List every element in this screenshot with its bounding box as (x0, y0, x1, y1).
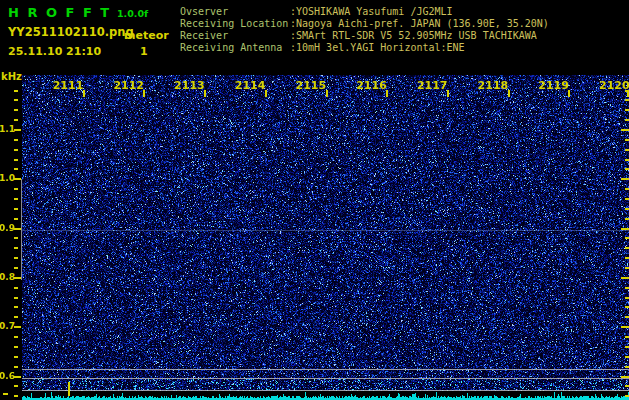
freq-minor-tick-right (625, 356, 629, 358)
khz-unit-label: kHz (1, 72, 22, 82)
freq-minor-tick-right (625, 149, 629, 151)
info-value: :10mH 3el.YAGI Horizontal:ENE (290, 42, 465, 53)
event-mark (68, 382, 70, 396)
freq-minor-tick (14, 188, 18, 190)
freq-major-tick (14, 376, 21, 378)
freq-minor-tick-right (625, 218, 629, 220)
freq-minor-tick (14, 237, 18, 239)
freq-minor-tick-right (625, 188, 629, 190)
freq-minor-tick-right (625, 257, 629, 259)
freq-major-tick (14, 178, 21, 180)
freq-major-tick (14, 228, 21, 230)
freq-major-tick (14, 277, 21, 279)
freq-label: 1.1 (0, 124, 14, 134)
freq-label: 0.8 (0, 272, 14, 282)
freq-major-tick (14, 326, 21, 328)
freq-minor-tick-right (625, 119, 629, 121)
freq-minor-tick-right (625, 139, 629, 141)
time-tick (508, 90, 510, 97)
freq-minor-tick (14, 90, 18, 92)
freq-minor-tick-right (625, 247, 629, 249)
time-tick (265, 90, 267, 97)
time-label: 2119 (538, 79, 569, 92)
freq-minor-tick-right (625, 385, 629, 387)
hrofft-screen: H R O F F T 1.0.0f YY2511102110.png mete… (0, 0, 629, 400)
freq-minor-tick-right (625, 336, 629, 338)
time-label: 2116 (356, 79, 387, 92)
freq-minor-tick (14, 218, 18, 220)
time-label: 2114 (235, 79, 266, 92)
level-marker-line-middle (22, 378, 629, 379)
time-label: 2111 (53, 79, 84, 92)
freq-minor-tick (14, 99, 18, 101)
info-label: Receiving Location (180, 18, 290, 30)
info-value: :Nagoya Aichi-pref. JAPAN (136.90E, 35.2… (290, 18, 549, 29)
freq-minor-tick (14, 257, 18, 259)
freq-minor-tick (14, 149, 18, 151)
freq-minor-tick-right (625, 316, 629, 318)
info-value: :YOSHIKAWA Yasufumi /JG2MLI (290, 6, 453, 17)
freq-major-tick (14, 129, 21, 131)
freq-minor-tick-right (625, 237, 629, 239)
app-version: 1.0.0f (117, 9, 148, 19)
freq-minor-tick (14, 385, 18, 387)
freq-minor-tick-right (625, 208, 629, 210)
time-label: 2115 (296, 79, 327, 92)
info-label: Ovserver (180, 6, 290, 18)
freq-minor-tick (14, 336, 18, 338)
time-label: 2112 (113, 79, 144, 92)
time-tick (204, 90, 206, 97)
time-tick (447, 90, 449, 97)
mode-label: meteor (124, 30, 169, 41)
time-label: 2113 (174, 79, 205, 92)
freq-minor-tick (14, 366, 18, 368)
freq-minor-tick-right (625, 228, 629, 230)
freq-minor-tick (14, 306, 18, 308)
time-label: 2118 (478, 79, 509, 92)
freq-minor-tick (14, 267, 18, 269)
level-marker-line-lower (22, 390, 629, 391)
observer-info-block: Ovserver:YOSHIKAWA Yasufumi /JG2MLIRecei… (180, 6, 549, 54)
info-row: Ovserver:YOSHIKAWA Yasufumi /JG2MLI (180, 6, 549, 18)
freq-minor-tick (14, 346, 18, 348)
freq-minor-tick-right (625, 129, 629, 131)
freq-minor-tick (14, 168, 18, 170)
output-filename: YY2511102110.png (8, 27, 134, 39)
freq-minor-tick-right (625, 306, 629, 308)
time-label: 2117 (417, 79, 448, 92)
freq-minor-tick-right (625, 326, 629, 328)
freq-minor-tick (14, 316, 18, 318)
info-row: Receiver:SMArt RTL-SDR V5 52.905MHz USB … (180, 30, 549, 42)
freq-minor-tick (14, 356, 18, 358)
freq-minor-tick (14, 198, 18, 200)
freq-minor-tick (14, 159, 18, 161)
freq-minor-tick-right (625, 159, 629, 161)
freq-minor-tick-right (625, 366, 629, 368)
freq-minor-tick-right (625, 376, 629, 378)
freq-minor-tick-right (625, 168, 629, 170)
level-marker-line-upper (22, 369, 629, 370)
freq-minor-tick (14, 208, 18, 210)
info-label: Receiver (180, 30, 290, 42)
info-row: Receiving Antenna:10mH 3el.YAGI Horizont… (180, 42, 549, 54)
freq-label: 0.7 (0, 321, 14, 331)
info-value: :SMArt RTL-SDR V5 52.905MHz USB TACHIKAW… (290, 30, 537, 41)
freq-label: 1.0 (0, 173, 14, 183)
channel-number: 1 (140, 46, 148, 57)
freq-minor-tick-right (625, 109, 629, 111)
info-row: Receiving Location:Nagoya Aichi-pref. JA… (180, 18, 549, 30)
freq-minor-tick (14, 297, 18, 299)
app-title: H R O F F T (8, 6, 111, 19)
freq-minor-tick-right (625, 395, 629, 397)
freq-minor-tick (14, 109, 18, 111)
freq-minor-tick (14, 119, 18, 121)
freq-minor-tick (14, 139, 18, 141)
freq-minor-tick-right (625, 198, 629, 200)
freq-minor-tick-right (625, 277, 629, 279)
freq-minor-tick-right (625, 267, 629, 269)
faint-carrier-line (22, 230, 629, 231)
freq-minor-tick-right (625, 99, 629, 101)
datetime-label: 25.11.10 21:10 (8, 46, 101, 57)
time-tick (386, 90, 388, 97)
freq-minor-tick (14, 247, 18, 249)
